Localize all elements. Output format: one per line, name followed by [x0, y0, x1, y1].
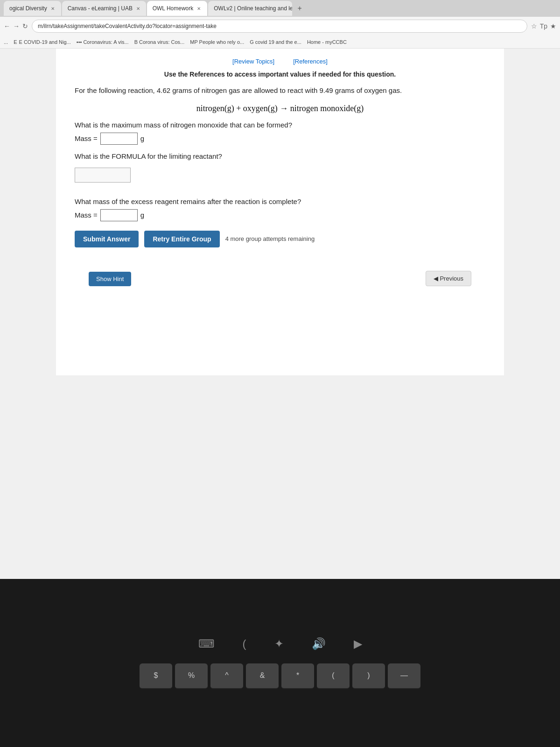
key-asterisk[interactable]: *: [281, 663, 314, 689]
brightness-icon[interactable]: ✦: [274, 637, 284, 650]
media-icon[interactable]: ▶: [354, 637, 362, 650]
q2-formula-input[interactable]: [75, 168, 131, 183]
bottom-bar: Show Hint ◀ Previous: [75, 266, 485, 291]
tab-diversity[interactable]: ogical Diversity ✕: [4, 1, 61, 16]
keyboard-bottom-row: $ % ^ & * ( ) —: [140, 663, 420, 689]
chemical-equation: nitrogen(g) + oxygen(g) → nitrogen monox…: [75, 104, 485, 113]
tab-canvas[interactable]: Canvas - eLearning | UAB ✕: [62, 1, 146, 16]
q1-mass-unit: g: [140, 134, 144, 142]
reload-icon[interactable]: ↻: [22, 22, 28, 30]
bookmark-people[interactable]: MP People who rely o...: [190, 39, 244, 45]
bookmark-bar: ... E E COVID-19 and Nig... ••• Coronavi…: [0, 35, 560, 49]
tab-close-owl[interactable]: ✕: [196, 5, 202, 12]
address-input[interactable]: [32, 20, 527, 33]
tab-owlv2[interactable]: OWLv2 | Online teaching and le... ✕: [208, 1, 292, 16]
top-links: [Review Topics] [References]: [75, 58, 485, 65]
keyboard-icon[interactable]: ⌨: [198, 637, 215, 650]
tab-bar: ogical Diversity ✕ Canvas - eLearning | …: [0, 0, 560, 17]
key-dollar[interactable]: $: [140, 663, 172, 689]
tab-close-canvas[interactable]: ✕: [135, 5, 141, 12]
browser-chrome: ogical Diversity ✕ Canvas - eLearning | …: [0, 0, 560, 49]
q2-text: What is the FORMULA for the limiting rea…: [75, 152, 485, 160]
bookmark-icon-e: E: [14, 39, 17, 45]
forward-icon[interactable]: →: [13, 22, 20, 30]
retry-group-button[interactable]: Retry Entire Group: [144, 231, 219, 247]
q1-mass-row: Mass = g: [75, 133, 485, 145]
bookmark-corona[interactable]: B Corona virus: Cos...: [134, 39, 185, 45]
q3-mass-input[interactable]: [100, 209, 138, 221]
content-wrapper: [Review Topics] [References] Use the Ref…: [56, 49, 504, 375]
key-ampersand[interactable]: &: [246, 663, 279, 689]
extension-icon[interactable]: ★: [550, 22, 556, 30]
paren-icon: (: [243, 637, 246, 650]
bookmark-covid[interactable]: E E COVID-19 and Nig...: [14, 39, 71, 45]
keyboard-area: ⌨ ( ✦ 🔊 ▶ $ % ^ & * ( ) —: [0, 579, 560, 747]
key-caret[interactable]: ^: [210, 663, 243, 689]
back-icon[interactable]: ←: [4, 22, 10, 30]
q1-mass-label: Mass =: [75, 134, 98, 142]
review-topics-link[interactable]: [Review Topics]: [232, 58, 274, 65]
page-content: [Review Topics] [References] Use the Ref…: [0, 49, 560, 654]
q1-mass-input[interactable]: [100, 133, 138, 145]
bookmark-home[interactable]: Home - myCCBC: [307, 39, 347, 45]
bookmarks-dots: ...: [4, 39, 8, 45]
tab-owl[interactable]: OWL Homework ✕: [147, 1, 208, 16]
bookmark-gcovid[interactable]: G covid 19 and the e...: [250, 39, 301, 45]
instructions-text: Use the References to access important v…: [75, 70, 485, 78]
keyboard-icons: ⌨ ( ✦ 🔊 ▶: [198, 637, 362, 650]
button-row: Submit Answer Retry Entire Group 4 more …: [75, 231, 485, 247]
bookmark-coronavirus[interactable]: ••• Coronavirus: A vis...: [77, 39, 129, 45]
previous-button[interactable]: ◀ Previous: [426, 271, 471, 286]
new-tab-button[interactable]: +: [293, 2, 306, 15]
key-open-paren[interactable]: (: [317, 663, 350, 689]
q3-mass-unit: g: [140, 211, 144, 219]
show-hint-button[interactable]: Show Hint: [89, 272, 131, 286]
volume-icon[interactable]: 🔊: [312, 637, 326, 650]
key-close-paren[interactable]: ): [352, 663, 385, 689]
q1-text: What is the maximum mass of nitrogen mon…: [75, 121, 485, 129]
attempts-remaining-text: 4 more group attempts remaining: [225, 235, 315, 242]
key-dash[interactable]: —: [388, 663, 420, 689]
q3-mass-row: Mass = g: [75, 209, 485, 221]
q3-mass-label: Mass =: [75, 211, 98, 219]
references-link[interactable]: [References]: [293, 58, 328, 65]
submit-answer-button[interactable]: Submit Answer: [75, 231, 139, 247]
profile-icon[interactable]: Tp: [540, 22, 547, 30]
key-percent[interactable]: %: [175, 663, 208, 689]
address-bar: ← → ↻ ☆ Tp ★: [0, 17, 560, 35]
intro-text: For the following reaction, 4.62 grams o…: [75, 85, 485, 96]
bookmark-icon[interactable]: ☆: [531, 22, 537, 30]
q3-text: What mass of the excess reagent remains …: [75, 197, 485, 205]
tab-close-diversity[interactable]: ✕: [50, 5, 56, 12]
